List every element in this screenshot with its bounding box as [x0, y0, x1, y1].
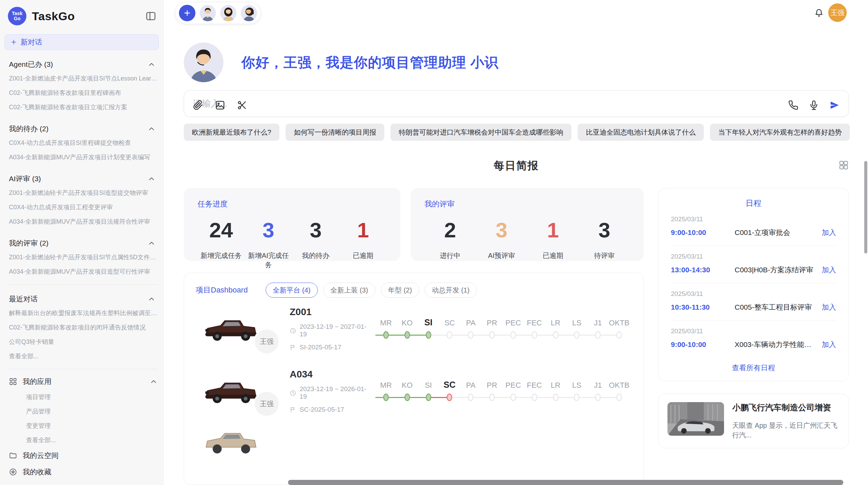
- sidebar-item[interactable]: 公司Q3轻卡销量: [9, 335, 158, 349]
- suggestion-chip[interactable]: 如何写一份清晰的项目周报: [286, 124, 384, 141]
- dashboard-tabs: 全新平台 (4) 全新上装 (3) 年型 (2) 动总开发 (1): [266, 283, 477, 298]
- chevron-up-icon[interactable]: [147, 239, 156, 247]
- sidebar-item-favorites[interactable]: 我的收藏: [9, 464, 158, 480]
- milestone-label-current: SI: [418, 315, 439, 327]
- my-review-title: 我的评审: [424, 199, 630, 209]
- section-header-agent-done[interactable]: Agent已办 (3): [9, 58, 158, 71]
- tab-new-platform[interactable]: 全新平台 (4): [266, 283, 318, 298]
- mic-icon[interactable]: [809, 100, 819, 110]
- sidebar-item[interactable]: 解释最新出台的欧盟报废车法规再生塑料比例被调至15%...: [9, 306, 158, 320]
- tab-powertrain[interactable]: 动总开发 (1): [425, 283, 477, 298]
- tab-year-model[interactable]: 年型 (2): [381, 283, 419, 298]
- stat-review-overdue: 1 已逾期: [527, 220, 579, 260]
- view-all-conversations[interactable]: 查看全部...: [9, 349, 158, 363]
- sidebar-collapse-icon[interactable]: [145, 11, 156, 22]
- project-car-image: 王强: [203, 374, 281, 408]
- sidebar-item[interactable]: C0X4-动力总成开发项目SI里程碑提交物检查: [9, 136, 158, 150]
- schedule-item: 2025/03/11 10:30-11:30 C005-整车工程目标评审 加入: [671, 283, 836, 321]
- sidebar-item[interactable]: Z001-全新燃油轻卡产品开发项目SI造型提交物评审: [9, 186, 158, 200]
- layout-grid-icon[interactable]: [839, 160, 849, 170]
- view-all-schedule-link[interactable]: 查看所有日程: [671, 363, 836, 373]
- sidebar-item[interactable]: A034-全新新能源MUV产品开发项目造型可行性评审: [9, 264, 158, 279]
- sidebar-item-my-apps[interactable]: 我的应用: [9, 373, 158, 390]
- section-header-my-review[interactable]: 我的评审 (2): [9, 236, 158, 250]
- sidebar-item[interactable]: C02-飞腾新能源轻客改款项目立项汇报方案: [9, 100, 158, 114]
- app-title: TaskGo: [32, 10, 75, 23]
- stat-value: 2: [424, 220, 476, 241]
- favorites-label: 我的收藏: [23, 467, 51, 477]
- agent-avatar-2[interactable]: [220, 5, 237, 21]
- cloud-space-label: 我的云空间: [23, 451, 59, 460]
- agent-avatar-3[interactable]: [241, 5, 257, 21]
- image-icon[interactable]: [215, 100, 225, 110]
- sidebar-item-app[interactable]: 变更管理: [26, 419, 158, 433]
- suggestion-chip[interactable]: 欧洲新规最近颁布了什么?: [184, 124, 279, 141]
- news-body: 小鹏飞行汽车制造公司增资 天眼查 App 显示，近日广州汇天飞行汽...: [732, 402, 840, 440]
- sidebar-item-cloud-space[interactable]: 我的云空间: [9, 447, 158, 464]
- suggestion-chip[interactable]: 比亚迪全固态电池计划具体说了什么: [578, 124, 704, 141]
- add-agent-button[interactable]: [179, 5, 195, 21]
- daily-brief-title: 每日简报: [184, 159, 849, 173]
- suggestion-chip[interactable]: 特朗普可能对进口汽车增税会对中国车企造成哪些影响: [390, 124, 571, 141]
- milestone-label: SI: [418, 377, 439, 390]
- chat-input[interactable]: [193, 98, 646, 109]
- join-link[interactable]: 加入: [822, 265, 836, 275]
- paperclip-icon[interactable]: [193, 100, 203, 110]
- scissors-icon[interactable]: [237, 100, 247, 110]
- sidebar-item[interactable]: A034-全新新能源MUV产品开发项目计划变更表编写: [9, 150, 158, 164]
- project-row[interactable]: 王强 Z001 2023-12-19 ~ 2027-01-19 SI-2025-…: [184, 298, 643, 360]
- sidebar-item[interactable]: A034-全新新能源MUV产品开发项目法规符合性评审: [9, 214, 158, 229]
- sidebar-item[interactable]: Z001-全新燃油轻卡产品开发项目SI节点属性5D文件评审: [9, 250, 158, 264]
- project-row[interactable]: 王强 A034 2023-12-19 ~ 2026-01-19 SC-2025-…: [184, 360, 643, 422]
- milestone-label: J1: [587, 377, 608, 390]
- schedule-time: 9:00-10:00: [671, 228, 726, 237]
- join-link[interactable]: 加入: [822, 340, 836, 349]
- news-card[interactable]: 小鹏飞行汽车制造公司增资 天眼查 App 显示，近日广州汇天飞行汽...: [658, 394, 849, 448]
- join-link[interactable]: 加入: [822, 228, 836, 237]
- vertical-scrollbar-thumb[interactable]: [864, 161, 867, 253]
- sidebar-item[interactable]: C02-飞腾新能源轻客改款项目的闭环通告反馈情况: [9, 320, 158, 335]
- user-avatar[interactable]: 王强: [828, 3, 847, 22]
- tab-new-body[interactable]: 全新上装 (3): [323, 283, 375, 298]
- chevron-up-icon[interactable]: [147, 175, 156, 183]
- section-title: AI评审 (3): [9, 174, 41, 184]
- send-icon[interactable]: [829, 100, 840, 110]
- milestone-dot: [375, 327, 397, 343]
- chevron-up-icon[interactable]: [147, 295, 156, 303]
- stat-label: 进行中: [424, 251, 476, 260]
- plus-icon: [10, 39, 17, 46]
- schedule-date: 2025/03/11: [671, 327, 836, 335]
- section-header-my-todo[interactable]: 我的待办 (2): [9, 122, 158, 136]
- stat-pending-review: 3 待评审: [579, 220, 630, 260]
- notification-bell-icon[interactable]: [814, 8, 824, 18]
- sidebar-item[interactable]: Z001-全新燃油皮卡产品开发项目SI节点Lesson Learn报告: [9, 71, 158, 86]
- join-link[interactable]: 加入: [822, 302, 836, 312]
- section-header-ai-review[interactable]: AI评审 (3): [9, 172, 158, 186]
- agent-avatar-1[interactable]: [200, 5, 216, 21]
- sidebar-item[interactable]: C0X4-动力总成开发项目工程变更评审: [9, 200, 158, 214]
- sidebar-item[interactable]: C02-飞腾新能源轻客改款项目里程碑画布: [9, 86, 158, 100]
- section-header-recent[interactable]: 最近对话: [9, 292, 158, 306]
- new-chat-button[interactable]: 新对话: [4, 34, 159, 50]
- project-car-image: 王强: [203, 312, 281, 346]
- composer: [184, 90, 849, 117]
- schedule-date: 2025/03/11: [671, 253, 836, 260]
- stat-value: 24: [197, 220, 245, 241]
- chevron-up-icon[interactable]: [147, 60, 156, 69]
- milestone-dot: [418, 390, 439, 405]
- sidebar-item-app[interactable]: 项目管理: [26, 390, 158, 404]
- suggestion-chip[interactable]: 当下年轻人对汽车外观有怎样的喜好趋势: [710, 124, 850, 141]
- stat-overdue: 1 已逾期: [339, 220, 387, 270]
- project-owner-avatar: 王强: [255, 392, 279, 416]
- schedule-item: 2025/03/11 9:00-10:00 C001-立项审批会 加入: [671, 209, 836, 246]
- milestone-label: PEC: [503, 377, 524, 390]
- suggestion-chips: 欧洲新规最近颁布了什么? 如何写一份清晰的项目周报 特朗普可能对进口汽车增税会对…: [184, 124, 849, 141]
- chevron-up-icon[interactable]: [147, 125, 156, 133]
- project-row[interactable]: [184, 422, 643, 468]
- chevron-up-icon[interactable]: [149, 377, 158, 386]
- view-all-apps[interactable]: 查看全部...: [26, 433, 158, 447]
- milestone-dot: [524, 390, 545, 405]
- phone-icon[interactable]: [788, 100, 798, 110]
- horizontal-scrollbar-thumb[interactable]: [288, 480, 843, 485]
- sidebar-item-app[interactable]: 产品管理: [26, 404, 158, 419]
